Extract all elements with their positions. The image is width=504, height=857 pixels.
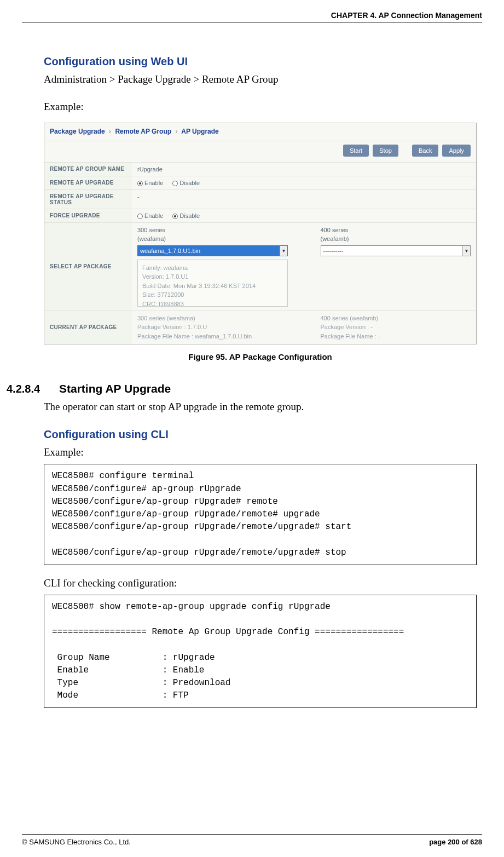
section-number: 4.2.8.4 — [7, 383, 59, 395]
chevron-right-icon: › — [173, 128, 179, 135]
screenshot-toolbar: Start Stop Back Apply — [44, 141, 476, 162]
screenshot-panel: Package Upgrade › Remote AP Group › AP U… — [44, 123, 477, 344]
breadcrumb-path: Administration > Package Upgrade > Remot… — [44, 73, 477, 85]
dropdown-value: ---------- — [323, 248, 344, 254]
group-name-value: rUpgrade — [132, 163, 476, 176]
package-info-300: Family: weafama Version: 1.7.0.U1 Build … — [137, 260, 288, 307]
section-description: The operator can start or stop AP upgrad… — [44, 401, 477, 413]
current-package-300: 300 series (weafama) Package Version : 1… — [137, 314, 288, 341]
row-label: SELECT AP PACKAGE — [44, 223, 132, 310]
stop-button[interactable]: Stop — [373, 145, 398, 157]
crumb-a: Package Upgrade — [50, 128, 105, 135]
back-button[interactable]: Back — [412, 145, 438, 157]
copyright: © SAMSUNG Electronics Co., Ltd. — [22, 838, 131, 846]
row-label: REMOTE AP UPGRADE STATUS — [44, 190, 132, 209]
cli-output-block: WEC8500# show remote-ap-group upgrade co… — [44, 595, 477, 709]
start-button[interactable]: Start — [343, 145, 369, 157]
chevron-down-icon: ▾ — [462, 246, 470, 256]
radio-label: Disable — [179, 212, 200, 219]
crumb-c: AP Upgrade — [181, 128, 218, 135]
radio-force-enable[interactable]: Enable — [137, 212, 163, 219]
radio-enable[interactable]: Enable — [137, 180, 163, 186]
row-label: FORCE UPGRADE — [44, 209, 132, 223]
chevron-right-icon: › — [107, 128, 113, 135]
chevron-down-icon: ▾ — [280, 246, 287, 256]
section-heading-cli: Configuration using CLI — [44, 428, 477, 441]
radio-disable[interactable]: Disable — [172, 180, 200, 186]
example-label: Example: — [44, 446, 477, 458]
config-table: REMOTE AP GROUP NAME rUpgrade REMOTE AP … — [44, 162, 476, 344]
package-select-400[interactable]: ---------- ▾ — [321, 245, 471, 256]
package-select-300[interactable]: weafama_1.7.0.U1.bin ▾ — [137, 245, 288, 256]
example-label: Example: — [44, 101, 477, 113]
figure-caption: Figure 95. AP Package Configuration — [44, 352, 477, 361]
status-value: - — [132, 190, 476, 209]
apply-button[interactable]: Apply — [442, 145, 471, 157]
row-label: CURRENT AP PACKAGE — [44, 310, 132, 344]
section-title: Starting AP Upgrade — [59, 382, 171, 395]
radio-label: Disable — [179, 180, 200, 186]
page-footer: © SAMSUNG Electronics Co., Ltd. page 200… — [22, 834, 482, 846]
row-label: REMOTE AP GROUP NAME — [44, 163, 132, 176]
radio-label: Enable — [144, 212, 163, 219]
series-300-label: 300 series(weafama) — [137, 226, 288, 243]
chapter-header: CHAPTER 4. AP Connection Management — [22, 11, 482, 22]
screenshot-breadcrumb: Package Upgrade › Remote AP Group › AP U… — [44, 123, 476, 141]
series-400-label: 400 series(weafamb) — [321, 226, 471, 243]
section-heading-webui: Configuration using Web UI — [44, 55, 477, 68]
radio-label: Enable — [144, 180, 163, 186]
radio-icon — [172, 181, 178, 186]
radio-icon — [137, 214, 143, 219]
radio-icon — [137, 181, 143, 186]
cli-code-block: WEC8500# configure terminal WEC8500/conf… — [44, 464, 477, 565]
radio-icon — [172, 214, 178, 219]
crumb-b: Remote AP Group — [115, 128, 171, 135]
page-number: page 200 of 628 — [429, 838, 482, 846]
row-label: REMOTE AP UPGRADE — [44, 176, 132, 190]
radio-force-disable[interactable]: Disable — [172, 212, 200, 219]
current-package-400: 400 series (weafamb) Package Version : -… — [321, 314, 471, 341]
dropdown-value: weafama_1.7.0.U1.bin — [140, 248, 200, 254]
cli-check-label: CLI for checking configuration: — [44, 577, 477, 589]
